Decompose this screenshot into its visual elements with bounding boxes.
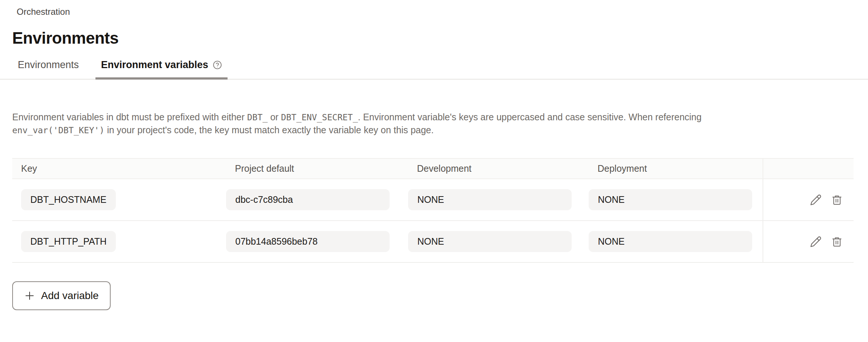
environment-variables-table: Key Project default Development Deployme…: [12, 158, 854, 263]
column-header-deployment: Deployment: [589, 159, 763, 178]
development-value-chip: NONE: [408, 231, 572, 252]
table-row: DBT_HOSTNAME dbc-c7c89cba NONE NONE: [12, 179, 854, 221]
column-header-development: Development: [408, 159, 589, 178]
plus-icon: [24, 290, 35, 301]
key-cell: DBT_HOSTNAME: [12, 179, 226, 220]
deployment-value-chip: NONE: [589, 189, 752, 210]
page-title: Environments: [12, 29, 868, 47]
add-variable-button[interactable]: Add variable: [12, 281, 111, 310]
description-segment: or: [268, 112, 281, 122]
help-circle-icon[interactable]: [213, 60, 222, 70]
column-header-actions: [763, 159, 854, 178]
tab-environment-variables-label: Environment variables: [101, 59, 208, 71]
project-default-value-chip: 07bb14a8596beb78: [226, 231, 390, 252]
deployment-value-chip: NONE: [589, 231, 752, 252]
add-variable-label: Add variable: [41, 290, 99, 302]
description-segment: in your project's code, the key must mat…: [104, 125, 434, 135]
project-default-cell: dbc-c7c89cba: [226, 179, 408, 220]
key-cell: DBT_HTTP_PATH: [12, 221, 226, 262]
trash-icon: [831, 236, 842, 248]
development-cell: NONE: [408, 221, 589, 262]
description-code-segment: DBT_ENV_SECRET_: [281, 113, 358, 122]
edit-variable-button[interactable]: [810, 236, 822, 248]
column-header-project-default: Project default: [226, 159, 408, 178]
row-actions: [763, 221, 854, 262]
description-segment: . Environment variable's keys are upperc…: [358, 112, 702, 122]
delete-variable-button[interactable]: [831, 194, 842, 206]
description-code-segment: env_var('DBT_KEY'): [12, 125, 104, 135]
tab-environment-variables[interactable]: Environment variables: [95, 56, 228, 80]
description-segment: Environment variables in dbt must be pre…: [12, 112, 247, 122]
project-default-cell: 07bb14a8596beb78: [226, 221, 408, 262]
table-row: DBT_HTTP_PATH 07bb14a8596beb78 NONE NONE: [12, 221, 854, 263]
tabs-bar: Environments Environment variables: [0, 56, 868, 80]
description-code-segment: DBT_: [247, 113, 268, 122]
row-actions: [763, 179, 854, 220]
development-cell: NONE: [408, 179, 589, 220]
table-header-row: Key Project default Development Deployme…: [12, 158, 854, 179]
description-text: Environment variables in dbt must be pre…: [12, 111, 774, 137]
trash-icon: [831, 194, 842, 206]
variable-key-chip: DBT_HOSTNAME: [21, 189, 116, 210]
development-value-chip: NONE: [408, 189, 572, 210]
pencil-icon: [810, 194, 822, 206]
environments-page: Orchestration Environments Environments …: [0, 0, 868, 310]
deployment-cell: NONE: [589, 179, 763, 220]
tab-environments-label: Environments: [18, 59, 79, 71]
variable-key-chip: DBT_HTTP_PATH: [21, 231, 116, 252]
project-default-value-chip: dbc-c7c89cba: [226, 189, 390, 210]
deployment-cell: NONE: [589, 221, 763, 262]
column-header-key: Key: [12, 159, 226, 178]
edit-variable-button[interactable]: [810, 194, 822, 206]
pencil-icon: [810, 236, 822, 248]
delete-variable-button[interactable]: [831, 236, 842, 248]
tab-environments[interactable]: Environments: [12, 56, 84, 80]
breadcrumb: Orchestration: [17, 6, 868, 18]
